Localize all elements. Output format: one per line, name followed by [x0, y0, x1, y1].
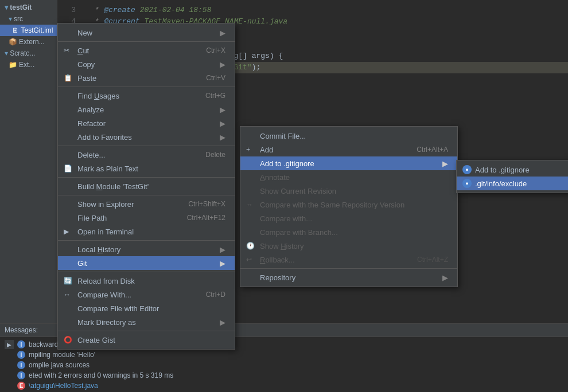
message-row-4: E \atguigu\HelloTest.java	[5, 381, 563, 391]
info-icon-1: I	[17, 351, 25, 359]
menu-item-git[interactable]: Git ▶	[58, 256, 235, 270]
menu-item-compare-with[interactable]: ↔ Compare With... Ctrl+D	[58, 288, 235, 301]
git-menu-show-current-rev[interactable]: Show Current Revision	[240, 184, 457, 198]
menu-item-new[interactable]: New ▶	[58, 26, 235, 40]
info-icon-2: I	[17, 361, 25, 369]
message-row-2: I ompile java sources	[5, 360, 563, 370]
tree-item-extern[interactable]: 📦 Extern...	[0, 36, 57, 48]
git-menu-commit-file[interactable]: Commit File...	[240, 129, 457, 143]
arrow-icon-repository: ▶	[442, 273, 448, 282]
separator-4	[58, 177, 235, 178]
separator-5	[58, 195, 235, 195]
reload-icon: 🔄	[64, 277, 75, 285]
separator-1	[58, 41, 235, 42]
message-row-3: I eted with 2 errors and 0 warnings in 5…	[5, 370, 563, 381]
menu-item-cut[interactable]: ✂ Cut Ctrl+X	[58, 44, 235, 57]
context-menu-gitignore[interactable]: ● Add to .gitignore ● .git/info/exclude	[456, 160, 568, 193]
gist-icon: ⭕	[64, 336, 75, 344]
menu-item-mark-plain-text[interactable]: 📄 Mark as Plain Text	[58, 162, 235, 175]
git-menu-rollback[interactable]: ↩ Rollback... Ctrl+Alt+Z	[240, 253, 457, 266]
git-separator-1	[240, 268, 457, 269]
show-history-icon: 🕐	[246, 242, 258, 250]
context-menu-git[interactable]: Commit File... + Add Ctrl+Alt+A Add to .…	[240, 126, 458, 287]
tree-item-testgit-iml[interactable]: 🗎 TestGit.iml	[0, 25, 57, 36]
arrow-icon-new: ▶	[220, 29, 225, 37]
info-icon-0: I	[17, 340, 25, 348]
arrow-icon-copy: ▶	[220, 60, 225, 69]
git-menu-repository[interactable]: Repository ▶	[240, 271, 457, 284]
menu-item-show-explorer[interactable]: Show in Explorer Ctrl+Shift+X	[58, 197, 235, 211]
separator-8	[58, 331, 235, 331]
separator-3	[58, 146, 235, 146]
menu-item-open-terminal[interactable]: ▶ Open in Terminal	[58, 225, 235, 238]
menu-item-analyze[interactable]: Analyze ▶	[58, 103, 235, 116]
compare-repo-icon: ↔	[246, 201, 258, 209]
menu-item-file-path[interactable]: File Path Ctrl+Alt+F12	[58, 211, 235, 225]
arrow-icon-gitignore: ▶	[442, 159, 448, 168]
menu-item-delete[interactable]: Delete... Delete	[58, 148, 235, 162]
menu-item-build-module[interactable]: Build Module 'TestGit'	[58, 179, 235, 193]
git-menu-annotate[interactable]: Annotate	[240, 170, 457, 184]
menu-item-paste[interactable]: 📋 Paste Ctrl+V	[58, 71, 235, 85]
msg-text-2: ompile java sources	[29, 361, 90, 369]
info-icon-3: I	[17, 371, 25, 379]
add-icon: +	[246, 146, 258, 154]
separator-6	[58, 240, 235, 241]
cut-icon: ✂	[64, 46, 75, 54]
arrow-icon-history: ▶	[220, 245, 225, 254]
git-menu-compare-branch[interactable]: Compare with Branch...	[240, 225, 457, 239]
arrow-icon-favorites: ▶	[220, 133, 225, 142]
msg-text-4: \atguigu\HelloTest.java	[29, 382, 98, 390]
separator-2	[58, 87, 235, 87]
menu-item-mark-directory[interactable]: Mark Directory as ▶	[58, 315, 235, 329]
git-menu-compare-same-repo[interactable]: ↔ Compare with the Same Repository Versi…	[240, 198, 457, 211]
menu-item-copy[interactable]: Copy ▶	[58, 57, 235, 71]
rollback-icon: ↩	[246, 256, 258, 264]
menu-item-reload-disk[interactable]: 🔄 Reload from Disk	[58, 274, 235, 288]
msg-text-3: eted with 2 errors and 0 warnings in 5 s…	[29, 371, 173, 379]
play-icon: ▶	[5, 340, 14, 349]
menu-item-compare-file-editor[interactable]: Compare File with Editor	[58, 301, 235, 315]
arrow-icon-refactor: ▶	[220, 119, 225, 128]
menu-item-refactor[interactable]: Refactor ▶	[58, 116, 235, 130]
compare-icon: ↔	[64, 291, 75, 299]
arrow-icon-analyze: ▶	[220, 105, 225, 114]
tree-item-src[interactable]: ▾ src	[0, 13, 57, 25]
mark-icon: 📄	[64, 164, 75, 173]
bullet-icon-1: ●	[462, 165, 472, 174]
menu-item-add-favorites[interactable]: Add to Favorites ▶	[58, 130, 235, 144]
git-menu-compare-with[interactable]: Compare with...	[240, 211, 457, 225]
menu-item-local-history[interactable]: Local History ▶	[58, 242, 235, 256]
git-menu-add-gitignore[interactable]: Add to .gitignore ▶	[240, 156, 457, 170]
menu-item-find-usages[interactable]: Find Usages Ctrl+G	[58, 89, 235, 103]
bullet-icon-2: ●	[462, 179, 472, 188]
msg-text-1: mpiling module 'Hello'	[29, 351, 95, 359]
arrow-icon-markdir: ▶	[220, 318, 225, 327]
tree-item-scratch[interactable]: ▾ Scratc...	[0, 48, 57, 59]
arrow-icon-git: ▶	[220, 259, 225, 268]
paste-icon: 📋	[64, 74, 75, 82]
terminal-icon: ▶	[64, 228, 75, 236]
git-menu-add[interactable]: + Add Ctrl+Alt+A	[240, 143, 457, 156]
context-menu-main[interactable]: New ▶ ✂ Cut Ctrl+X Copy ▶ 📋 Paste Ctrl+V…	[57, 23, 235, 350]
menu-item-create-gist[interactable]: ⭕ Create Gist	[58, 333, 235, 347]
tree-item-ext[interactable]: 📁 Ext...	[0, 59, 57, 70]
gitignore-git-info-exclude[interactable]: ● .git/info/exclude	[457, 177, 568, 190]
tree-item-testgit[interactable]: ▾ testGit	[0, 0, 57, 13]
git-menu-show-history[interactable]: 🕐 Show History	[240, 239, 457, 253]
separator-7	[58, 272, 235, 272]
gitignore-add-file[interactable]: ● Add to .gitignore	[457, 163, 568, 177]
error-icon-4: E	[17, 382, 25, 390]
message-row-1: I mpiling module 'Hello'	[5, 350, 563, 360]
